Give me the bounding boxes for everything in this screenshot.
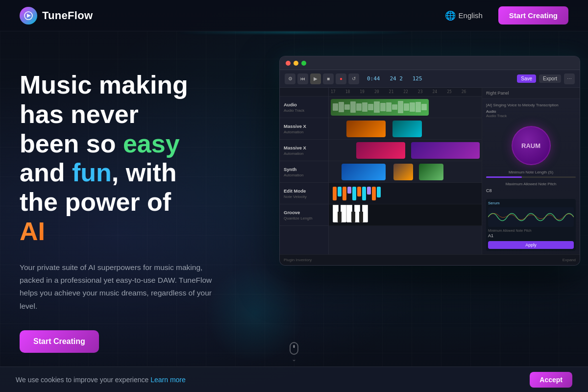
logo[interactable]: TuneFlow <box>20 7 93 24</box>
plugin-max-pitch-label: Maximum Allowed Note Pitch <box>506 182 557 186</box>
cookie-accept-button[interactable]: Accept <box>530 372 572 388</box>
clip-audio[interactable] <box>331 99 429 116</box>
daw-timeline[interactable]: 17 18 19 20 21 22 23 24 25 26 <box>329 88 482 254</box>
hero-title-line4-before: and <box>20 158 72 187</box>
daw-more-btn[interactable]: ⋯ <box>564 74 575 84</box>
hero-cta-button[interactable]: Start Creating <box>20 330 99 353</box>
clip-orange[interactable] <box>346 121 386 137</box>
hero-title-line3-before: been so <box>20 129 123 158</box>
daw-rewind-btn[interactable]: ⏮ <box>297 74 308 84</box>
daw-settings-btn[interactable]: ⚙ <box>285 74 295 84</box>
daw-toolbar: ⚙ ⏮ ▶ ■ ● ↺ 0:44 24 2 125 Save Export ⋯ <box>280 70 580 88</box>
language-button[interactable]: 🌐 English <box>441 7 487 24</box>
plugin-min-note-label: Minimum Note Length (S) <box>509 170 553 174</box>
scroll-mouse-icon <box>290 342 298 355</box>
clip-yellow[interactable] <box>393 164 413 180</box>
scroll-arrow-icon: ⌄ <box>292 356 296 363</box>
clip-row-5[interactable] <box>329 204 482 226</box>
clip-row-1[interactable] <box>329 118 482 140</box>
daw-time-display: 0:44 24 2 125 <box>367 75 422 82</box>
daw-loop-btn[interactable]: ↺ <box>348 74 359 84</box>
plugin-audio-label: Audio <box>486 109 576 114</box>
serum-header: Serum <box>488 201 574 205</box>
navbar: TuneFlow 🌐 English Start Creating <box>0 0 588 31</box>
scroll-indicator: ⌄ <box>290 342 298 363</box>
daw-screenshot: ⚙ ⏮ ▶ ■ ● ↺ 0:44 24 2 125 Save Export ⋯ <box>279 56 580 266</box>
clip-row-0[interactable] <box>329 97 482 118</box>
clip-purple[interactable] <box>411 142 480 159</box>
track-label-0[interactable]: Audio Audio Track <box>280 97 328 118</box>
serum-section: Serum Minimum Allowed Note Pitch <box>486 199 576 251</box>
language-label: English <box>459 11 483 20</box>
plugin-singing-label: [AI] Singing Voice to Melody Transcripti… <box>486 103 576 107</box>
plugin-logo: RAUM <box>512 126 551 165</box>
hero-description: Your private suite of AI superpowers for… <box>20 261 225 313</box>
daw-min-dot <box>294 61 298 66</box>
clip-blue[interactable] <box>342 164 386 180</box>
plugin-pitch-value: C8 <box>486 188 576 193</box>
nav-right: 🌐 English Start Creating <box>441 6 568 24</box>
serum-apply-btn[interactable]: Apply <box>488 241 574 249</box>
logo-icon <box>20 7 37 24</box>
daw-titlebar <box>280 56 580 70</box>
hero-title-line1: Music making <box>20 71 188 99</box>
cookie-message: We use cookies to improve your experienc… <box>16 376 522 384</box>
daw-export-btn[interactable]: Export <box>539 74 561 83</box>
clip-pink[interactable] <box>356 142 405 159</box>
daw-max-dot <box>301 61 306 66</box>
logo-text: TuneFlow <box>42 9 93 22</box>
clip-row-4[interactable] <box>329 183 482 204</box>
daw-ruler: 17 18 19 20 21 22 23 24 25 26 <box>329 88 482 97</box>
daw-statusbar: Plugin Inventory Expand <box>280 254 580 265</box>
serum-pitch-value: A1 <box>488 233 574 238</box>
daw-main: Audio Audio Track Massive X Automation M… <box>280 88 580 254</box>
hero-title: Music making has never been so easy and … <box>20 71 260 246</box>
clip-row-2[interactable] <box>329 140 482 161</box>
daw-plugin-panel: Right Panel [AI] Singing Voice to Melody… <box>482 88 580 254</box>
serum-wave <box>488 207 574 227</box>
daw-save-btn[interactable]: Save <box>517 74 536 83</box>
daw-close-dot <box>286 61 291 66</box>
globe-icon: 🌐 <box>445 10 456 21</box>
track-label-4[interactable]: Edit Mode Note Velocity <box>280 183 328 204</box>
track-label-1[interactable]: Massive X Automation <box>280 118 328 140</box>
cookie-banner: We use cookies to improve your experienc… <box>0 367 588 392</box>
track-label-3[interactable]: Synth Automation <box>280 161 328 183</box>
daw-transport: ⚙ ⏮ ▶ ■ ● ↺ <box>285 74 359 84</box>
hero-right: ⚙ ⏮ ▶ ■ ● ↺ 0:44 24 2 125 Save Export ⋯ <box>279 56 580 266</box>
hero-title-easy: easy <box>123 129 180 158</box>
hero-title-line4-after: , with <box>112 158 177 187</box>
hero-title-fun: fun <box>72 158 112 187</box>
track-label-2[interactable]: Massive X Automation <box>280 140 328 161</box>
daw-track-list: Audio Audio Track Massive X Automation M… <box>280 88 329 254</box>
nav-cta-button[interactable]: Start Creating <box>498 6 568 24</box>
hero-title-ai: AI <box>20 217 45 245</box>
daw-play-btn[interactable]: ▶ <box>310 74 321 84</box>
daw-record-btn[interactable]: ● <box>336 74 346 84</box>
clip-green2[interactable] <box>419 164 443 180</box>
hero-section: Music making has never been so easy and … <box>0 31 588 367</box>
hero-title-line5: the power of <box>20 188 171 216</box>
plugin-track-label: Audio Track <box>486 114 576 118</box>
clip-row-3[interactable] <box>329 161 482 183</box>
plugin-header: Right Panel <box>482 88 580 99</box>
hero-title-line2: has never <box>20 100 139 128</box>
daw-stop-btn[interactable]: ■ <box>323 74 334 84</box>
clip-teal[interactable] <box>392 121 422 137</box>
hero-left: Music making has never been so easy and … <box>20 61 260 353</box>
plugin-content: [AI] Singing Voice to Melody Transcripti… <box>482 99 580 254</box>
cookie-learn-more-link[interactable]: Learn more <box>150 376 186 384</box>
daw-right-tools: Save Export ⋯ <box>517 74 575 84</box>
track-label-5[interactable]: Groove Quantize Length <box>280 204 328 226</box>
